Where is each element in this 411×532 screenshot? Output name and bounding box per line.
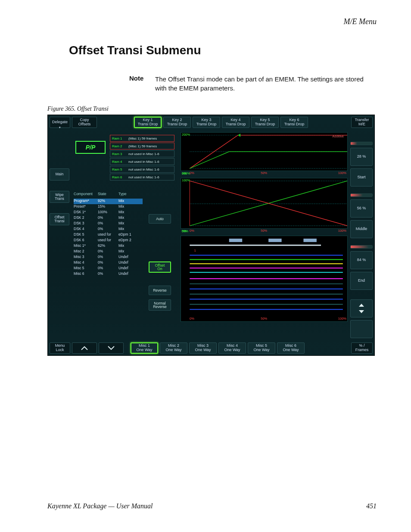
ram-row[interactable]: Ram 4not used in Misc 1-6 [110, 158, 174, 165]
offset-transi-screenshot: Delegate▾ Copy Offsets Key 1 Transi Drop… [47, 115, 375, 356]
ram-row[interactable]: Ram 6not used in Misc 1-6 [110, 174, 174, 180]
misc5-button[interactable]: Misc 5 One Way [248, 342, 275, 354]
reverse-button[interactable]: Reverse [149, 286, 171, 295]
note-block: Note The Offset Transi mode can be part … [129, 75, 377, 93]
table-row[interactable]: Misc 50%Undef [74, 266, 143, 271]
start-label[interactable]: Start [350, 168, 373, 187]
middle-slider[interactable] [350, 193, 373, 197]
menu-lock-button[interactable]: Menu Lock [50, 342, 70, 354]
svg-text:1: 1 [194, 249, 196, 252]
table-row[interactable]: Misc 60%Undef [74, 271, 143, 277]
key1-transidrop-button[interactable]: Key 1 Transi Drop [134, 117, 162, 128]
ram-list: Ram 1(Misc 1) 59 frames Ram 2(Misc 1) 59… [110, 135, 174, 181]
table-row[interactable]: DSK 5used foreDpm 1 [74, 232, 143, 238]
copy-offsets-button[interactable]: Copy Offsets [72, 117, 97, 128]
middle-percent: 56 % [350, 199, 373, 218]
footer-left: Kayenne XL Package — User Manual [47, 502, 153, 510]
misc2-button[interactable]: Misc 2 One Way [160, 342, 187, 354]
table-row[interactable]: Preset*15%Mix [74, 204, 143, 210]
svg-rect-12 [303, 239, 316, 242]
curve-svg [181, 178, 347, 228]
transfer-me-button[interactable]: Transfer M/E [351, 117, 373, 128]
misc1-button[interactable]: Misc 1 One Way [131, 342, 158, 354]
end-percent: 84 % [350, 251, 373, 269]
table-row[interactable]: Misc 30%Undef [74, 255, 143, 260]
table-row[interactable]: DSK 40%Mix [74, 227, 143, 232]
start-slider[interactable] [350, 142, 373, 145]
misc6-button[interactable]: Misc 6 One Way [277, 342, 305, 354]
right-slider-column: 28 % Start 56 % Middle 84 % End [350, 142, 373, 338]
table-row[interactable]: Misc 1*62%Mix [74, 243, 143, 249]
table-row[interactable]: DSK 30%Mix [74, 221, 143, 227]
note-text: The Offset Transi mode can be part of an… [155, 75, 377, 93]
end-label[interactable]: End [350, 272, 373, 290]
key4-transidrop-button[interactable]: Key 4 Transi Drop [222, 117, 249, 128]
component-table: ComponentStateType Program*92%Mix Preset… [74, 192, 143, 277]
ram-row[interactable]: Ram 2(Misc 1) 59 frames [110, 143, 174, 149]
offset-on-button[interactable]: Offset On [149, 261, 171, 273]
chevron-down-icon [107, 345, 115, 351]
blank-button[interactable] [350, 320, 373, 338]
mid-area: P/P Ram 1(Misc 1) 59 frames Ram 2(Misc 1… [72, 132, 348, 338]
chevron-up-icon [81, 345, 88, 351]
svg-rect-10 [229, 239, 242, 242]
key5-transidrop-button[interactable]: Key 5 Transi Drop [251, 117, 279, 128]
middle-label[interactable]: Middle [350, 220, 373, 238]
note-label: Note [129, 75, 155, 93]
normal-reverse-button[interactable]: Normal Reverse [149, 299, 171, 311]
down-arrow-button[interactable] [99, 342, 124, 354]
additive-svg [181, 133, 347, 171]
page-footer: Kayenne XL Package — User Manual 451 [47, 502, 377, 510]
table-row[interactable]: DSK 6used foreDpm 2 [74, 238, 143, 243]
misc4-button[interactable]: Misc 4 One Way [218, 342, 246, 354]
start-percent: 28 % [350, 148, 373, 166]
ram-row[interactable]: Ram 5not used in Misc 1-6 [110, 166, 174, 173]
table-row[interactable]: Misc 20%Mix [74, 249, 143, 255]
pp-indicator[interactable]: P/P [75, 141, 106, 154]
key6-transidrop-button[interactable]: Key 6 Transi Drop [280, 117, 308, 128]
top-button-row: Delegate▾ Copy Offsets Key 1 Transi Drop… [48, 115, 374, 130]
additive-graph: Additive 200% 100% 0% 0% 50% 100% [181, 132, 348, 171]
page-title: Offset Transi Submenu [69, 44, 377, 57]
timeline-svg: 1 [181, 236, 347, 321]
up-arrow-button[interactable] [72, 342, 97, 354]
percent-frames-button[interactable]: % / Frames [351, 342, 373, 354]
header-section: M/E Menu [47, 17, 377, 26]
additive-label: Additive [332, 134, 344, 138]
bottom-button-row: Menu Lock Misc 1 One Way Misc 2 One Way … [48, 341, 374, 355]
misc3-button[interactable]: Misc 3 One Way [189, 342, 217, 354]
offset-transi-tab[interactable]: Offset Transi [50, 213, 69, 225]
table-row[interactable]: DSK 20%Mix [74, 215, 143, 221]
delegate-button[interactable]: Delegate▾ [50, 117, 70, 128]
figure-caption: Figure 365. Offset Transi [47, 106, 377, 112]
updown-icon [358, 303, 365, 314]
key2-transidrop-button[interactable]: Key 2 Transi Drop [163, 117, 191, 128]
svg-rect-13 [190, 245, 321, 246]
key3-transidrop-button[interactable]: Key 3 Transi Drop [193, 117, 220, 128]
ram-row[interactable]: Ram 1(Misc 1) 59 frames [110, 135, 174, 142]
svg-rect-11 [268, 239, 281, 242]
end-slider[interactable] [350, 245, 373, 249]
auto-button[interactable]: Auto [149, 214, 171, 224]
wipe-trans-tab[interactable]: Wipe Trans [50, 191, 69, 203]
table-row[interactable]: Misc 40%Undef [74, 260, 143, 266]
footer-page-number: 451 [366, 502, 377, 510]
svg-marker-3 [238, 134, 240, 137]
table-row[interactable]: Program*92%Mix [74, 199, 143, 204]
updown-stepper[interactable] [350, 299, 373, 317]
left-tabs: Main Wipe Trans Offset Transi [50, 132, 69, 338]
table-row[interactable]: DSK 1*100%Mix [74, 210, 143, 215]
ram-row[interactable]: Ram 3not used in Misc 1-6 [110, 150, 174, 157]
timeline-graph: 1 0% 50% 100% [181, 236, 348, 322]
curve-graph: 100% 50% 0% 0% 50% 100% [181, 178, 348, 229]
main-tab[interactable]: Main [50, 168, 69, 180]
